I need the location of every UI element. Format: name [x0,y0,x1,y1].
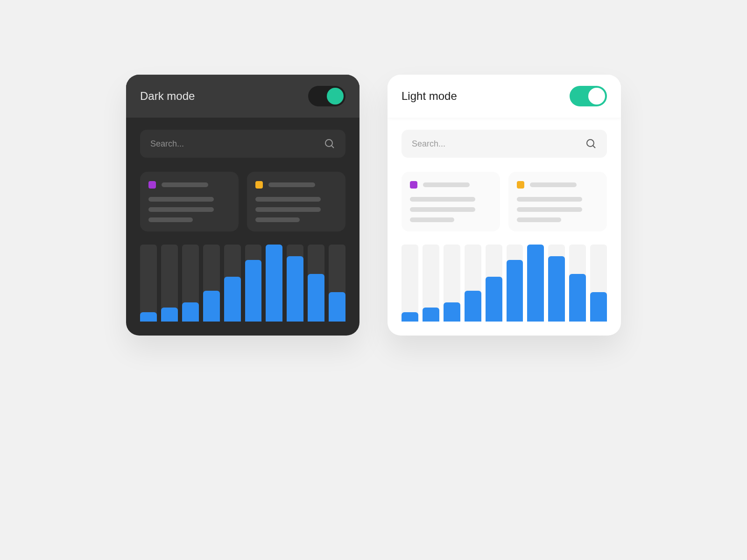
search-input[interactable]: Search... [140,130,345,158]
tile-line-placeholder [517,207,582,212]
color-dot-icon [410,181,417,189]
bar-slot [527,245,544,322]
bar-slot [182,245,199,322]
tile-row [402,172,607,231]
bar-fg [287,256,303,322]
bar-fg [161,308,178,322]
search-placeholder: Search... [412,139,445,149]
bar-slot [465,245,481,322]
svg-line-1 [331,146,334,148]
tile[interactable] [508,172,607,231]
bar-fg [140,312,157,322]
bar-fg [245,260,262,322]
bar-slot [203,245,220,322]
bar-chart [402,245,607,322]
card-body: Search... [126,118,359,336]
bar-slot [161,245,178,322]
bar-fg [329,292,345,322]
tile-title-placeholder [530,182,577,187]
tile[interactable] [402,172,500,231]
bar-fg [527,245,544,322]
tile-line-placeholder [410,217,454,222]
bar-fg [444,302,460,322]
bar-slot [507,245,523,322]
theme-toggle[interactable] [570,86,607,106]
bar-slot [423,245,439,322]
card-title: Dark mode [140,90,195,103]
bar-slot [486,245,502,322]
tile-line-placeholder [517,217,561,222]
bar-fg [486,277,502,322]
card-header: Dark mode [126,75,359,118]
card-title: Light mode [402,90,457,103]
tile-line-placeholder [410,197,475,202]
search-icon [585,138,597,149]
tile-title-placeholder [162,182,208,187]
bar-slot [266,245,282,322]
bar-slot [444,245,460,322]
card-header: Light mode [388,75,621,118]
bar-fg [465,291,481,322]
svg-line-3 [593,146,595,148]
color-dot-icon [255,181,263,189]
tile-row [140,172,345,231]
bar-slot [140,245,157,322]
bar-fg [507,260,523,322]
bar-slot [590,245,607,322]
color-dot-icon [517,181,524,189]
bar-fg [402,312,418,322]
tile[interactable] [140,172,239,231]
bar-slot [245,245,262,322]
bar-slot [287,245,303,322]
bar-fg [548,256,565,322]
bar-slot [329,245,345,322]
color-dot-icon [148,181,156,189]
bar-fg [308,274,324,322]
tile[interactable] [247,172,345,231]
theme-toggle[interactable] [308,86,345,106]
card-body: Search... [388,118,621,336]
tile-line-placeholder [255,207,321,212]
search-icon [324,138,335,149]
bar-chart [140,245,345,322]
tile-line-placeholder [148,217,193,222]
bar-bg [140,245,157,322]
tile-line-placeholder [410,207,475,212]
bar-fg [569,274,586,322]
dark-mode-card: Dark mode Search... [126,75,359,336]
bar-slot [402,245,418,322]
bar-bg [402,245,418,322]
bar-slot [308,245,324,322]
bar-slot [569,245,586,322]
search-placeholder: Search... [150,139,184,149]
svg-point-2 [587,140,594,147]
tile-line-placeholder [148,207,214,212]
bar-fg [182,302,199,322]
bar-fg [590,292,607,322]
tile-line-placeholder [148,197,214,202]
svg-point-0 [325,140,332,147]
bar-slot [548,245,565,322]
tile-line-placeholder [255,217,300,222]
search-input[interactable]: Search... [402,130,607,158]
tile-title-placeholder [423,182,470,187]
tile-title-placeholder [268,182,315,187]
tile-line-placeholder [255,197,321,202]
bar-slot [224,245,241,322]
toggle-thumb [327,88,344,105]
bar-fg [224,277,241,322]
light-mode-card: Light mode Search... [388,75,621,336]
toggle-thumb [588,88,605,105]
bar-fg [423,308,439,322]
bar-fg [203,291,220,322]
tile-line-placeholder [517,197,582,202]
bar-fg [266,245,282,322]
